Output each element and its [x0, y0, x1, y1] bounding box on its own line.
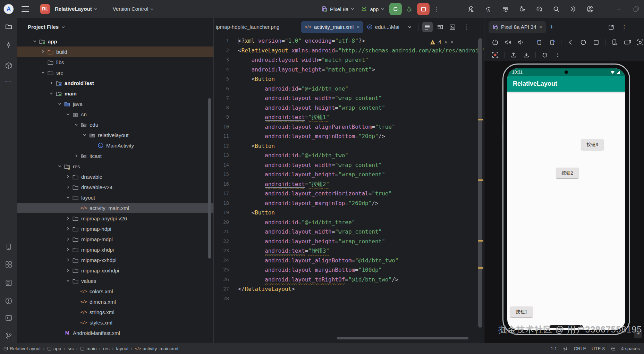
project-tool-icon[interactable]	[5, 23, 12, 31]
add-device-tab-icon[interactable]: +	[550, 23, 554, 31]
tree-item-libs[interactable]: libs	[17, 57, 213, 67]
tree-item-dimens.xml[interactable]: </>dimens.xml	[17, 296, 213, 307]
settings-icon[interactable]	[569, 5, 577, 13]
chevron-right-icon[interactable]	[40, 50, 46, 54]
emulator-more-icon[interactable]: ⋮	[554, 51, 561, 59]
run-configuration-selector[interactable]: app	[359, 6, 386, 12]
breadcrumb-RelativeLayout[interactable]: RelativeLayout	[3, 346, 41, 351]
tree-item-mipmap-mdpi[interactable]: mipmap-mdpi	[17, 234, 213, 244]
hidden-tabs-chevron-icon[interactable]	[408, 25, 412, 29]
chevron-down-icon[interactable]	[48, 91, 54, 95]
tree-item-androidTest[interactable]: androidTest	[17, 78, 213, 88]
warning-stripe-mark[interactable]	[478, 119, 483, 120]
split-view-button[interactable]	[435, 22, 445, 32]
chevron-right-icon[interactable]	[65, 216, 71, 220]
gradle-sync-icon[interactable]	[535, 5, 543, 13]
tree-item-cn[interactable]: cn	[17, 109, 213, 119]
tree-item-strings.xml[interactable]: </>strings.xml	[17, 307, 213, 317]
tree-item-mipmap-hdpi[interactable]: mipmap-hdpi	[17, 224, 213, 234]
version-control-menu[interactable]: Version Control	[113, 6, 154, 12]
rotate-left-icon[interactable]	[535, 39, 543, 46]
chevron-right-icon[interactable]	[65, 237, 71, 241]
close-tab-icon[interactable]: ×	[357, 24, 360, 30]
tree-item-mipmap-anydpi-v26[interactable]: mipmap-anydpi-v26	[17, 213, 213, 224]
chevron-down-icon[interactable]	[65, 279, 71, 283]
attach-debugger-icon[interactable]	[518, 5, 526, 13]
tree-item-drawable[interactable]: drawable	[17, 171, 213, 182]
chevron-right-icon[interactable]	[65, 185, 71, 189]
project-tree[interactable]: appbuildlibssrcandroidTestmainjavacnedur…	[17, 36, 213, 343]
warning-stripe-mark[interactable]	[478, 179, 483, 181]
tab-ic-launcher[interactable]: ipmap-hdpi\ic_launcher.png	[214, 21, 301, 33]
tree-item-src[interactable]: src	[17, 67, 213, 78]
tree-item-java[interactable]: java	[17, 99, 213, 109]
app-inspection-icon[interactable]	[5, 261, 12, 268]
logcat-icon[interactable]	[5, 279, 12, 287]
tab-activity-main[interactable]: </> activity_main.xml ×	[301, 21, 363, 33]
apply-changes-icon[interactable]: A	[484, 5, 492, 13]
terminal-icon[interactable]	[5, 314, 12, 322]
breadcrumb-layout[interactable]: layout	[116, 346, 128, 351]
chevron-right-icon[interactable]	[65, 258, 71, 262]
chevron-right-icon[interactable]	[48, 81, 54, 85]
more-run-actions-icon[interactable]: ⋮	[433, 6, 437, 13]
restore-snapshot-icon[interactable]	[541, 51, 549, 59]
breadcrumb-app[interactable]: app	[47, 346, 61, 351]
chevron-right-icon[interactable]	[65, 175, 71, 179]
hide-panel-icon[interactable]: —	[634, 23, 641, 31]
tree-item-relativelayout[interactable]: relativelayout	[17, 130, 213, 140]
packages-tool-icon[interactable]	[5, 62, 12, 69]
rerun-button[interactable]	[389, 3, 402, 15]
chevron-right-icon[interactable]	[65, 268, 71, 272]
rotate-right-icon[interactable]	[548, 39, 556, 46]
tree-item-drawable-v24[interactable]: drawable-v24	[17, 182, 213, 192]
tree-item-layout[interactable]: layout	[17, 192, 213, 203]
main-menu-icon[interactable]	[22, 6, 29, 12]
profiler-icon[interactable]	[467, 5, 475, 13]
tree-item-MainActivity[interactable]: CMainActivity	[17, 140, 213, 151]
restore-window-icon[interactable]	[632, 5, 640, 13]
profile-account-icon[interactable]	[586, 5, 594, 13]
code-view-button[interactable]	[422, 22, 433, 32]
screen-record-icon[interactable]	[491, 51, 499, 59]
tree-item-styles.xml[interactable]: </>styles.xml	[17, 317, 213, 328]
indent-icon[interactable]	[610, 346, 616, 351]
tree-item-activity_main.xml[interactable]: </>activity_main.xml	[17, 203, 213, 213]
breadcrumb-src[interactable]: src	[68, 346, 74, 351]
power-icon[interactable]	[491, 39, 499, 46]
volume-up-icon[interactable]	[504, 39, 512, 46]
code-area[interactable]: 1<?xml version="1.0" encoding="utf-8"?>2…	[214, 36, 484, 343]
overview-icon[interactable]	[592, 39, 600, 46]
git-update-icon[interactable]	[562, 346, 568, 352]
debug-button[interactable]	[405, 5, 413, 13]
back-icon[interactable]	[567, 39, 574, 46]
button-1[interactable]: 按钮1	[510, 306, 533, 317]
project-view-selector[interactable]: Project Files	[17, 18, 213, 36]
download-file-icon[interactable]	[523, 51, 530, 59]
encoding-widget[interactable]: UTF-8	[592, 346, 605, 351]
editor-more-options-icon[interactable]: ⋮	[464, 23, 469, 31]
upload-file-icon[interactable]	[510, 51, 517, 59]
open-in-window-icon[interactable]	[607, 23, 615, 31]
tree-item-itcast[interactable]: itcast	[17, 151, 213, 161]
home-icon[interactable]	[579, 39, 587, 46]
warning-stripe-mark[interactable]	[478, 267, 483, 269]
tree-item-AndroidManifest.xml[interactable]: MAndroidManifest.xml	[17, 328, 213, 338]
emulator-screen[interactable]: 10:31 RelativeLayout 按钮3 按钮2 按钮1	[507, 68, 625, 330]
breadcrumb-main[interactable]: main	[80, 346, 96, 351]
chevron-right-icon[interactable]	[65, 227, 71, 231]
tree-item-values[interactable]: values	[17, 276, 213, 286]
chevron-down-icon[interactable]	[81, 133, 88, 137]
chevron-down-icon[interactable]	[65, 195, 71, 200]
editor-horizontal-scrollbar[interactable]	[337, 337, 468, 339]
prev-warning-icon[interactable]: ∧	[444, 40, 447, 44]
tree-item-build[interactable]: build	[17, 47, 213, 57]
close-device-tab-icon[interactable]: ×	[539, 24, 542, 30]
project-tree-scrollbar[interactable]	[208, 98, 211, 259]
editor-scrollbar[interactable]	[478, 38, 482, 328]
project-selector[interactable]: RelativeLayout	[55, 6, 98, 12]
build-variants-icon[interactable]	[501, 5, 509, 13]
chevron-down-icon[interactable]	[65, 112, 71, 116]
keyboard-input-icon[interactable]	[624, 39, 631, 46]
tree-item-res[interactable]: res	[17, 161, 213, 171]
